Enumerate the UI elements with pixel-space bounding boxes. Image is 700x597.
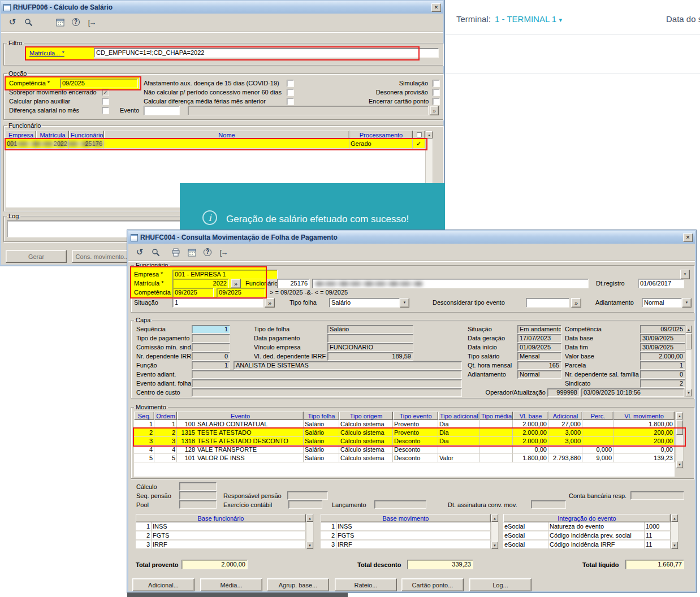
base-row[interactable]: 3 IRRF <box>136 540 306 549</box>
cell-ordem[interactable]: 1 <box>154 420 177 429</box>
cell-vl-base[interactable]: 1.800,00 <box>513 454 548 462</box>
movimento-row[interactable]: 2 2 1315TESTE ATESTADO Salário Cálculo s… <box>134 429 675 437</box>
exit-icon[interactable]: [→ <box>85 16 98 28</box>
search-icon[interactable] <box>149 246 162 258</box>
cell-tipo-media[interactable] <box>479 437 513 445</box>
cell-perc[interactable] <box>582 429 613 437</box>
sequencia-field[interactable]: 1 <box>192 325 230 334</box>
help-icon[interactable]: ? <box>201 246 214 258</box>
terminal-value[interactable]: 1 - TERMINAL 1 <box>495 14 556 24</box>
cell-tipo-folha[interactable]: Salário <box>304 420 339 429</box>
terminal-selector[interactable]: 1 - TERMINAL 1 ▾ <box>495 14 562 24</box>
sobrepor-checkbox[interactable]: ✓ <box>102 89 109 96</box>
window2-close-button[interactable]: ✕ <box>683 233 693 242</box>
integracao-title[interactable]: Integração do evento <box>503 514 671 522</box>
scroll-up-button[interactable]: ▲ <box>306 514 313 522</box>
cell-tipo-media[interactable] <box>479 454 513 462</box>
cell-tipo-evento[interactable]: Provento <box>393 420 438 429</box>
cell-tipo-origem[interactable]: Cálculo sistema <box>339 454 393 462</box>
col-tipo-media[interactable]: Tipo média <box>479 412 513 420</box>
empresa-field[interactable]: 001 - EMPRESA 1 <box>172 270 278 279</box>
base-row[interactable]: 1 INSS <box>321 522 491 531</box>
base-funcionario-scrollbar[interactable]: ▲ ▼ <box>306 514 314 550</box>
col-empresa[interactable]: Empresa <box>6 131 36 139</box>
cell-tipo-origem[interactable]: Cálculo sistema <box>339 420 393 429</box>
cell-adicional[interactable] <box>548 445 582 454</box>
scroll-thumb[interactable] <box>686 334 692 349</box>
adiantamento-dropdown[interactable]: ▼ <box>682 298 692 308</box>
search-icon[interactable] <box>21 16 35 28</box>
cell-tipo-origem[interactable]: Cálculo sistema <box>339 445 393 454</box>
media-button[interactable]: Média... <box>200 578 262 591</box>
scroll-up-button[interactable]: ▲ <box>676 412 683 419</box>
cell-tipo-evento[interactable]: Desconto <box>393 454 438 462</box>
cell-seq[interactable]: 5 <box>134 454 154 462</box>
col-nome[interactable]: Nome <box>104 131 349 139</box>
scroll-up-button[interactable]: ▲ <box>686 326 692 333</box>
cell-perc[interactable]: 0,000 <box>582 445 613 454</box>
col-tipo-adicional[interactable]: Tipo adicional <box>438 412 479 420</box>
cell-perc[interactable] <box>582 437 613 445</box>
cell-vl-movimento[interactable]: 1.800,00 <box>613 420 675 429</box>
cell-name[interactable]: INSS <box>336 522 491 531</box>
cell-tipo-folha[interactable]: Salário <box>304 437 339 445</box>
cell-seq[interactable]: 4 <box>134 445 154 454</box>
cell-desc[interactable]: Código incidência IRRF <box>548 540 645 549</box>
refresh-icon[interactable]: ↺ <box>133 246 146 258</box>
cell-tipo-adicional[interactable]: Dia <box>438 429 479 437</box>
calendar-icon[interactable] <box>53 16 67 28</box>
movimento-row[interactable]: 5 5 101VALOR DE INSS Salário Cálculo sis… <box>134 454 675 462</box>
cell-name[interactable]: INSS <box>152 522 306 531</box>
desonera-checkbox[interactable] <box>433 89 440 96</box>
plano-aux-checkbox[interactable] <box>102 98 109 105</box>
scroll-down-button[interactable]: ▼ <box>491 542 498 549</box>
cell-tipo-media[interactable] <box>479 445 513 454</box>
situacao-field[interactable]: 1 <box>172 298 263 308</box>
cell-evento[interactable]: 100SALARIO CONTRATUAL <box>177 420 304 429</box>
matricula-filter-link[interactable]: Matrícula... * <box>29 49 64 58</box>
cell-vl-base[interactable]: 0,00 <box>513 445 548 454</box>
base-row[interactable]: 2 FGTS <box>321 531 491 540</box>
cell-tipo-adicional[interactable]: Dia <box>438 437 479 445</box>
scroll-down-button[interactable]: ▼ <box>676 461 683 468</box>
integracao-row[interactable]: eSocial Código incidência IRRF 11 <box>503 540 671 549</box>
cell-ordem[interactable]: 5 <box>154 454 177 462</box>
funcionario-row[interactable]: 001 2022 25176 Gerado ✓ <box>6 139 425 149</box>
integracao-scrollbar[interactable]: ▲ ▼ <box>671 514 679 550</box>
movimento-row[interactable]: 3 3 1318TESTE ATESTADO DESCONTO Salário … <box>134 437 675 445</box>
cell-desc[interactable]: Código incidência prev. social <box>548 531 645 540</box>
cell-vl-movimento[interactable]: 139,23 <box>613 454 675 462</box>
col-tipo-folha[interactable]: Tipo folha <box>304 412 339 420</box>
dif-media-checkbox[interactable] <box>287 98 294 105</box>
scroll-down-button[interactable]: ▼ <box>306 542 313 549</box>
cell-valor[interactable]: 11 <box>645 531 671 540</box>
cons-movimento-button[interactable]: Cons. movimento... <box>72 250 133 263</box>
col-tipo-origem[interactable]: Tipo origem <box>339 412 393 420</box>
cell-name[interactable]: FGTS <box>336 531 491 540</box>
cell-evento[interactable]: 101VALOR DE INSS <box>177 454 304 462</box>
col-perc[interactable]: Perc. <box>582 412 613 420</box>
cell-adicional[interactable]: 3,000 <box>548 429 582 437</box>
competencia-ate-field[interactable]: 09/2025 <box>217 288 265 297</box>
col-adicional[interactable]: Adicional <box>548 412 582 420</box>
cell-desc[interactable]: Natureza do evento <box>548 522 645 531</box>
col-seq[interactable]: Seq. <box>134 412 154 420</box>
cell-tipo-evento[interactable]: Provento <box>393 429 438 437</box>
cell-ordem[interactable]: 2 <box>154 429 177 437</box>
cartao-ponto-button[interactable]: Cartão ponto... <box>401 578 464 591</box>
base-movimento-scrollbar[interactable]: ▲ ▼ <box>491 514 499 550</box>
cell-valor[interactable]: 1000 <box>645 522 671 531</box>
print-icon[interactable] <box>169 246 183 258</box>
cell-num[interactable]: 2 <box>321 531 336 540</box>
col-ordem[interactable]: Ordem <box>154 412 177 420</box>
empresa-dropdown[interactable]: ▼ <box>680 270 690 279</box>
cell-tipo-origem[interactable]: Cálculo sistema <box>339 429 393 437</box>
col-processamento[interactable]: Processamento <box>349 131 413 139</box>
evento-lookup-button[interactable]: » <box>430 106 439 115</box>
cell-vl-movimento[interactable]: 200,00 <box>613 429 675 437</box>
scroll-up-button[interactable]: ▲ <box>491 514 498 522</box>
base-row[interactable]: 3 IRRF <box>321 540 491 549</box>
movimento-row[interactable]: 4 4 128VALE TRANSPORTE Salário Cálculo s… <box>134 445 675 454</box>
adiantamento-field[interactable]: Normal <box>642 298 682 308</box>
cell-tipo-origem[interactable]: Cálculo sistema <box>339 437 393 445</box>
